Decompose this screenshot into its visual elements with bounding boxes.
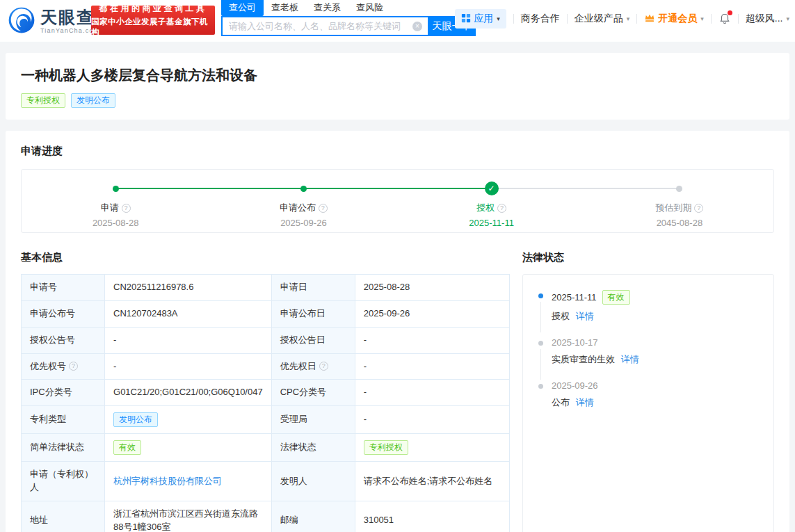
legal-date: 2025-09-26	[552, 380, 598, 391]
field-value: 请求不公布姓名;请求不公布姓名	[355, 462, 509, 501]
timeline-dot	[676, 186, 682, 192]
detail-link[interactable]: 详情	[621, 354, 639, 364]
help-icon[interactable]: ?	[497, 204, 506, 213]
basic-info-table: 申请号 CN202511216978.6 申请日 2025-08-28 申请公布…	[21, 274, 510, 532]
tianyancha-logo-icon	[7, 6, 36, 38]
table-row: 简单法律状态 有效 法律状态 专利授权	[22, 434, 510, 462]
notification-bell[interactable]	[718, 13, 731, 25]
nav-super-risk[interactable]: 超级风... ▾	[746, 13, 789, 25]
tab-relation[interactable]: 查关系	[306, 0, 348, 16]
field-value: 310051	[355, 501, 509, 532]
legal-date: 2025-10-17	[552, 337, 598, 348]
field-value: -	[355, 380, 509, 406]
field-label: 授权公告号	[22, 327, 105, 353]
field-value: -	[105, 327, 272, 353]
legal-date: 2025-11-11	[552, 292, 597, 303]
divider	[567, 14, 568, 24]
field-label-text: 优先权号	[30, 360, 66, 373]
timeline-step-granted: ✓ 授权? 2025-11-11	[398, 170, 586, 232]
simple-legal-status-badge: 有效	[113, 440, 141, 455]
search-tabs: 查公司 查老板 查关系 查风险	[221, 0, 476, 16]
field-label: 发明人	[271, 462, 355, 501]
check-icon: ✓	[485, 182, 499, 195]
help-icon[interactable]: ?	[69, 362, 78, 371]
nav-enterprise[interactable]: 企业级产品 ▾	[575, 13, 630, 25]
field-label: 受理局	[271, 406, 355, 434]
field-label: CPC分类号	[271, 380, 355, 406]
slogan-banner: 都在用的商业查询工具 国家中小企业发展子基金旗下机构	[91, 6, 215, 35]
table-row: 地址 浙江省杭州市滨江区西兴街道东流路88号1幢306室 邮编 310051	[22, 501, 510, 532]
step-label: 申请公布	[280, 202, 316, 214]
nav-apps[interactable]: 应用 ▾	[455, 9, 506, 29]
timeline-dot	[538, 384, 543, 389]
valid-badge: 有效	[602, 290, 630, 305]
field-label: 优先权号?	[22, 353, 105, 380]
step-date: 2025-09-26	[280, 218, 327, 228]
step-date: 2045-08-28	[657, 218, 703, 228]
patent-tags: 专利授权 发明公布	[21, 93, 774, 108]
table-row: 申请公布号 CN120702483A 申请公布日 2025-09-26	[22, 300, 510, 327]
search-block: 查公司 查老板 查关系 查风险 × 天眼一下	[221, 0, 476, 36]
legal-status-item: 2025-10-17 实质审查的生效 详情	[538, 337, 761, 366]
patent-detail-card: 申请进度 申请? 2025-08-28 申请公布? 2025-09-26 ✓ 授…	[6, 131, 789, 532]
legal-event: 授权	[552, 311, 570, 321]
tab-company[interactable]: 查公司	[221, 0, 264, 16]
grid-icon	[461, 13, 471, 25]
help-icon[interactable]: ?	[694, 204, 703, 213]
nav-super-risk-label: 超级风...	[746, 13, 783, 25]
tianyancha-logo[interactable]: 天眼查 TianYanCha.com	[7, 6, 99, 38]
timeline-dot	[113, 186, 119, 192]
help-icon[interactable]: ?	[319, 362, 328, 371]
basic-info-section: 基本信息 申请号 CN202511216978.6 申请日 2025-08-28…	[21, 251, 510, 532]
nav-vip[interactable]: 开通会员 ▾	[644, 13, 704, 25]
page-title: 一种机器人多楼层复合导航方法和设备	[21, 66, 774, 85]
clear-icon[interactable]: ×	[412, 22, 422, 31]
help-icon[interactable]: ?	[122, 204, 131, 213]
step-label: 申请	[101, 202, 119, 214]
nav-cooperation[interactable]: 商务合作	[521, 13, 560, 25]
chevron-down-icon: ▾	[786, 15, 789, 22]
top-nav: 应用 ▾ 商务合作 企业级产品 ▾ 开通会员 ▾	[455, 9, 789, 29]
field-value: 发明公布	[105, 406, 272, 434]
chevron-down-icon: ▾	[497, 15, 500, 22]
table-row: 申请号 CN202511216978.6 申请日 2025-08-28	[22, 275, 510, 301]
divider	[513, 14, 514, 24]
field-value: 浙江省杭州市滨江区西兴街道东流路88号1幢306室	[105, 501, 272, 532]
field-value: CN202511216978.6	[105, 275, 272, 301]
tab-risk[interactable]: 查风险	[348, 0, 391, 16]
crown-icon	[644, 13, 655, 25]
field-value: 有效	[105, 434, 272, 462]
legal-event: 公布	[552, 397, 570, 408]
field-value: 专利授权	[355, 434, 509, 462]
legal-status-section: 法律状态 2025-11-11 有效 授权 详情	[522, 251, 774, 532]
legal-event: 实质审查的生效	[552, 354, 615, 364]
legal-status-heading: 法律状态	[522, 251, 774, 264]
chevron-down-icon: ▾	[700, 15, 704, 22]
field-label: 简单法律状态	[22, 434, 105, 462]
field-label: 申请号	[22, 275, 105, 301]
step-label: 预估到期	[655, 202, 691, 214]
tag-invention-published: 发明公布	[71, 93, 115, 108]
legal-status-box: 2025-11-11 有效 授权 详情 2025-10-17 实质	[522, 274, 774, 532]
step-label: 授权	[476, 202, 495, 214]
table-row: 授权公告号 - 授权公告日 -	[22, 327, 510, 353]
legal-status-item: 2025-09-26 公布 详情	[538, 380, 761, 409]
field-label: 优先权日?	[271, 353, 355, 380]
field-label: 申请（专利权）人	[22, 462, 105, 501]
search-input[interactable]	[221, 16, 428, 36]
nav-enterprise-label: 企业级产品	[575, 13, 623, 25]
top-header: 天眼查 TianYanCha.com 都在用的商业查询工具 国家中小企业发展子基…	[0, 0, 795, 42]
detail-link[interactable]: 详情	[576, 397, 594, 408]
tab-boss[interactable]: 查老板	[264, 0, 306, 16]
detail-link[interactable]: 详情	[576, 311, 594, 321]
field-label: 授权公告日	[271, 327, 355, 353]
field-label: 申请公布日	[271, 300, 355, 327]
timeline-step-expiry: 预估到期? 2045-08-28	[586, 170, 773, 232]
field-label-text: 优先权日	[280, 360, 316, 373]
step-date: 2025-08-28	[93, 218, 139, 228]
table-row: 申请（专利权）人 杭州宇树科技股份有限公司 发明人 请求不公布姓名;请求不公布姓…	[22, 462, 510, 501]
chevron-down-icon: ▾	[627, 15, 630, 22]
applicant-company-link[interactable]: 杭州宇树科技股份有限公司	[113, 476, 222, 486]
help-icon[interactable]: ?	[319, 204, 328, 213]
field-label: 申请公布号	[22, 300, 105, 327]
